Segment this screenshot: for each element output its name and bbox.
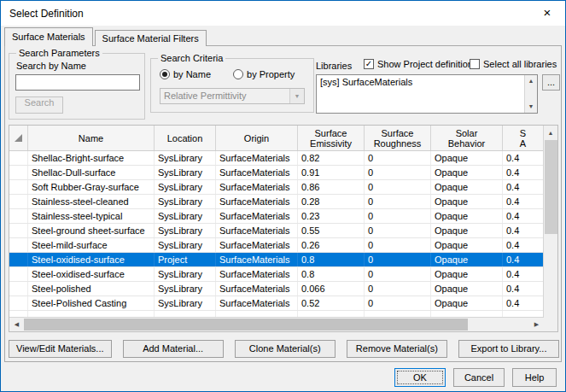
cell-solar_behavior: Opaque [431, 195, 503, 208]
clone-material-button[interactable]: Clone Material(s) [235, 340, 336, 358]
cell-name: Stainless-steel-typical [28, 209, 155, 223]
header-line: A [520, 138, 526, 149]
scroll-right-icon[interactable]: ▶ [529, 318, 544, 331]
header-name[interactable]: Name [28, 126, 155, 150]
scroll-up-icon[interactable]: ▲ [525, 75, 537, 87]
scroll-left-icon[interactable]: ◀ [9, 318, 24, 331]
browse-libraries-button[interactable]: ... [542, 74, 560, 91]
cell-emissivity: 0.91 [298, 166, 365, 179]
header-location[interactable]: Location [155, 126, 216, 150]
search-by-name-input[interactable] [15, 74, 140, 91]
row-marker-cell [9, 224, 28, 237]
search-button[interactable]: Search [15, 97, 63, 114]
cell-origin: SurfaceMaterials [216, 238, 298, 252]
view-edit-materials-button[interactable]: View/Edit Materials... [9, 340, 112, 358]
cell-location: SysLibrary [155, 267, 216, 281]
close-icon: × [544, 5, 551, 20]
scroll-down-icon[interactable]: ▼ [525, 101, 537, 113]
cell-location: SysLibrary [155, 296, 216, 310]
tab-surface-material-filters[interactable]: Surface Material Filters [95, 30, 207, 46]
table-row[interactable]: Stainless-steel-cleanedSysLibrarySurface… [9, 195, 544, 209]
cell-solar_absorptance: 0.4 [503, 224, 544, 237]
cell-solar_absorptance: 0.4 [503, 195, 544, 208]
cell-roughness: 0 [365, 267, 431, 281]
dialog-title: Select Definition [9, 8, 84, 20]
table-row[interactable]: Stainless-steel-typicalSysLibrarySurface… [9, 209, 544, 224]
header-surface-emissivity[interactable]: Surface Emissivity [298, 126, 365, 150]
horizontal-scroll-thumb[interactable] [24, 319, 468, 331]
cell-solar_absorptance: 0.4 [503, 151, 544, 165]
ok-button[interactable]: OK [394, 368, 446, 387]
cell-name: Stainless-steel-cleaned [28, 195, 155, 208]
sort-header-cell[interactable] [9, 126, 28, 150]
export-to-library-button[interactable]: Export to Library... [458, 340, 559, 358]
cell-roughness: 0 [365, 253, 431, 266]
header-location-label: Location [167, 133, 203, 143]
header-origin-label: Origin [244, 133, 269, 143]
table-row[interactable]: Steel-oxidised-surfaceProjectSurfaceMate… [9, 253, 544, 267]
cell-solar_absorptance: 0.4 [503, 282, 544, 295]
dialog-button-row: OK Cancel Help [394, 368, 557, 387]
cell-location: SysLibrary [155, 180, 216, 194]
table-body: Shellac-Bright-surfaceSysLibrarySurfaceM… [9, 151, 544, 319]
property-dropdown[interactable]: Relative Permittivity ▼ [160, 88, 305, 104]
by-property-radio[interactable]: by Property [233, 69, 295, 79]
table-row[interactable]: Shellac-Bright-surfaceSysLibrarySurfaceM… [9, 151, 544, 166]
tab-surface-materials[interactable]: Surface Materials [4, 27, 93, 46]
list-item[interactable]: [sys] SurfaceMaterials [317, 75, 537, 89]
vertical-scroll-thumb[interactable] [545, 140, 557, 234]
libraries-scrollbar[interactable]: ▲ ▼ [524, 75, 537, 113]
table-horizontal-scrollbar[interactable]: ◀ ▶ [9, 317, 544, 331]
row-marker-cell [9, 282, 28, 295]
table-row[interactable]: Shellac-Dull-surfaceSysLibrarySurfaceMat… [9, 166, 544, 180]
chevron-down-icon: ▼ [289, 89, 304, 103]
table-row[interactable]: Steel-Polished CastingSysLibrarySurfaceM… [9, 296, 544, 311]
scroll-up-icon[interactable]: ▲ [544, 126, 557, 140]
header-line: Emissivity [310, 138, 352, 149]
cell-name: Steel-ground sheet-surface [28, 224, 155, 237]
materials-table: Name Location Origin Surface Emissivity … [9, 125, 558, 332]
select-all-libraries-checkbox[interactable]: Select all libraries [470, 59, 557, 69]
by-name-radio[interactable]: by Name [160, 69, 211, 79]
cell-solar_behavior: Opaque [431, 296, 503, 310]
show-project-definitions-checkbox[interactable]: ✓ Show Project definitions [364, 59, 477, 69]
cell-emissivity: 0.86 [298, 180, 365, 194]
scrollbar-corner [543, 318, 557, 331]
table-vertical-scrollbar[interactable]: ▲ ▼ [543, 126, 557, 319]
cell-emissivity: 0.28 [298, 195, 365, 208]
cancel-button[interactable]: Cancel [453, 368, 505, 387]
row-marker-cell [9, 180, 28, 194]
cell-emissivity: 0.26 [298, 238, 365, 252]
row-marker-cell [9, 209, 28, 223]
by-property-label: by Property [247, 69, 295, 79]
remove-material-button[interactable]: Remove Material(s) [347, 340, 447, 358]
cell-roughness: 0 [365, 180, 431, 194]
search-parameters-group: Search Parameters Search by Name Search [9, 53, 145, 120]
table-header: Name Location Origin Surface Emissivity … [9, 126, 544, 151]
cell-origin: SurfaceMaterials [216, 166, 298, 179]
cell-emissivity: 0.23 [298, 209, 365, 223]
table-row[interactable]: Steel-ground sheet-surfaceSysLibrarySurf… [9, 224, 544, 238]
cell-location: SysLibrary [155, 282, 216, 295]
cell-name: Steel-oxidised-surface [28, 267, 155, 281]
cell-name: Soft Rubber-Gray-surface [28, 180, 155, 194]
cell-name: Steel-oxidised-surface [28, 253, 155, 266]
add-material-button[interactable]: Add Material... [123, 340, 224, 358]
table-row[interactable]: Soft Rubber-Gray-surfaceSysLibrarySurfac… [9, 180, 544, 195]
header-origin[interactable]: Origin [216, 126, 298, 150]
tab-page: Search Parameters Search by Name Search … [4, 45, 562, 362]
header-surface-roughness[interactable]: Surface Roughness [365, 126, 431, 150]
sort-icon [15, 134, 22, 142]
help-button[interactable]: Help [512, 368, 557, 387]
cell-solar_absorptance: 0.4 [503, 166, 544, 179]
header-solar-absorptance[interactable]: S A [503, 126, 544, 150]
by-name-label: by Name [173, 69, 211, 79]
close-button[interactable]: × [529, 1, 565, 26]
table-row[interactable]: Steel-oxidised-surfaceSysLibrarySurfaceM… [9, 267, 544, 282]
search-criteria-label: Search Criteria [158, 53, 225, 63]
libraries-list[interactable]: [sys] SurfaceMaterials ▲ ▼ [316, 74, 538, 114]
table-row[interactable]: Steel-mild-surfaceSysLibrarySurfaceMater… [9, 238, 544, 253]
header-solar-behavior[interactable]: Solar Behavior [431, 126, 503, 150]
table-row[interactable]: Steel-polishedSysLibrarySurfaceMaterials… [9, 282, 544, 296]
row-marker-cell [9, 238, 28, 252]
